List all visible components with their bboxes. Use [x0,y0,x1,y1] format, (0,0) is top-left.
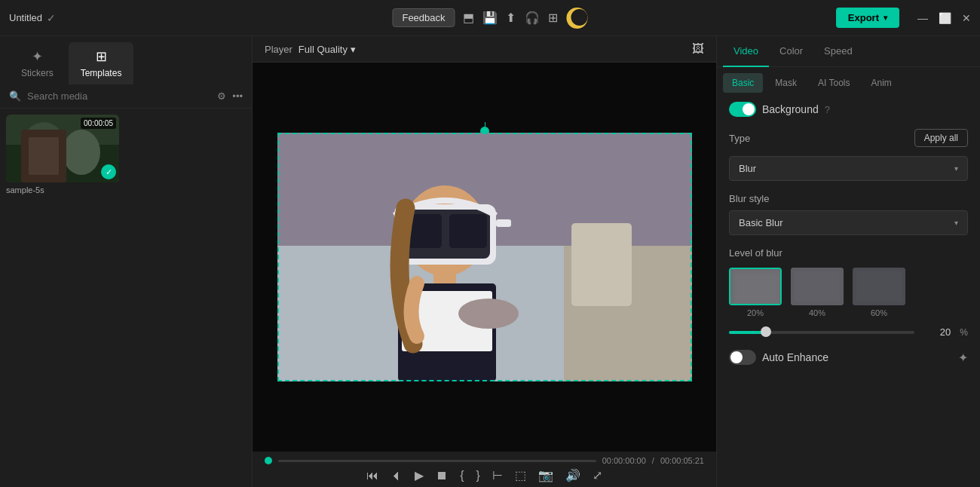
search-bar: 🔍 ⚙ ••• [0,84,252,109]
frame-back-button[interactable]: ⏴ [390,469,403,482]
background-help-icon[interactable]: ? [825,104,830,115]
headset-icon[interactable]: 🎧 [525,11,540,26]
background-section-header: Background ? [729,102,968,117]
stop-button[interactable]: ⏹ [436,469,448,482]
close-button[interactable]: ✕ [962,12,971,24]
svg-point-3 [63,130,100,175]
minimize-button[interactable]: — [917,12,928,24]
quality-arrow: ▾ [351,44,356,55]
blur-option-40[interactable]: 40% [791,268,844,317]
background-toggle[interactable] [729,102,756,117]
pip-button[interactable]: ⬚ [515,468,526,482]
mark-out-button[interactable]: } [476,469,480,482]
search-icons: ⚙ ••• [217,90,243,102]
player-header: Player Full Quality ▾ 🖼 [253,36,716,63]
player-label: Player [265,44,292,55]
feedback-button[interactable]: Feedback [392,8,455,27]
svg-rect-24 [791,268,844,305]
video-selection-border [277,133,692,381]
background-label: Background [762,103,819,115]
quality-select[interactable]: Full Quality ▾ [299,44,356,55]
sidebar-tabs: ✦ Stickers ⊞ Templates [0,36,252,84]
right-panel: Video Color Speed Basic Mask AI Tools An… [716,36,980,487]
time-separator: / [652,456,654,465]
blur-style-arrow-icon: ▾ [954,219,958,227]
display-icon[interactable]: ⬒ [461,11,476,26]
volume-button[interactable]: 🔊 [565,468,580,482]
blur-label-40: 40% [809,308,825,317]
theme-toggle[interactable] [567,8,588,29]
sub-tab-ai-tools[interactable]: AI Tools [809,73,859,93]
media-grid: 00:00:05 ✓ sample-5s [0,109,252,487]
blur-thumb-40 [791,268,844,305]
playhead[interactable] [265,457,272,464]
list-item[interactable]: 00:00:05 ✓ [6,115,119,182]
total-time: 00:00:05:21 [660,456,704,465]
sub-tab-anim[interactable]: Anim [862,73,900,93]
player-controls: 00:00:00:00 / 00:00:05:21 ⏮ ⏴ ▶ ⏹ { } ⊢ … [253,452,716,487]
fullscreen-button[interactable]: ⤢ [593,468,602,482]
save-icon[interactable]: 💾 [482,11,498,26]
tab-video[interactable]: Video [723,36,769,67]
auto-enhance-toggle-knob [730,351,743,363]
sidebar-tab-stickers[interactable]: ✦ Stickers [9,42,66,84]
auto-enhance-label: Auto Enhance [762,351,828,363]
blur-thumb-60 [853,268,905,305]
main-layout: ✦ Stickers ⊞ Templates 🔍 ⚙ ••• [0,36,980,487]
titlebar: Untitled ✓ Feedback ⬒ 💾 ⬆ 🎧 ⊞ Export ▾ —… [0,0,980,36]
search-icon: 🔍 [9,90,21,102]
blur-option-20[interactable]: 20% [729,268,782,317]
blur-slider-value: 20 [923,326,951,338]
panel-sub-tabs: Basic Mask AI Tools Anim [717,67,980,93]
blur-style-label: Blur style [729,193,968,204]
svg-rect-22 [730,269,782,305]
type-dropdown[interactable]: Blur ▾ [729,156,968,181]
titlebar-center: Feedback ⬒ 💾 ⬆ 🎧 ⊞ [392,8,587,29]
export-button[interactable]: Export ▾ [836,8,899,28]
upload-icon[interactable]: ⬆ [504,11,519,26]
gallery-icon[interactable]: 🖼 [692,42,704,56]
type-row: Type Apply all [729,129,968,147]
blur-label-60: 60% [871,308,887,317]
blur-option-60[interactable]: 60% [853,268,905,317]
sub-tab-basic[interactable]: Basic [723,73,763,93]
svg-rect-27 [856,271,902,302]
templates-icon: ⊞ [96,48,107,65]
panel-main-tabs: Video Color Speed [717,36,980,67]
control-buttons: ⏮ ⏴ ▶ ⏹ { } ⊢ ⬚ 📷 🔊 ⤢ [265,468,704,482]
panel-content: Background ? Type Apply all Blur ▾ Blur … [717,93,980,487]
tab-color[interactable]: Color [769,36,813,67]
search-input[interactable] [27,90,211,102]
grid-icon[interactable]: ⊞ [546,11,561,26]
mark-in-button[interactable]: { [460,469,464,482]
timeline-track[interactable] [278,460,596,462]
tab-speed[interactable]: Speed [813,36,863,67]
blur-style-dropdown[interactable]: Basic Blur ▾ [729,210,968,235]
skip-back-button[interactable]: ⏮ [366,469,378,482]
blur-style-value: Basic Blur [739,217,783,228]
apply-all-button[interactable]: Apply all [914,129,968,147]
export-arrow: ▾ [884,14,887,22]
window-controls: — ⬜ ✕ [917,12,971,24]
auto-enhance-toggle[interactable] [729,350,756,365]
type-label: Type [729,133,750,144]
svg-rect-5 [29,137,59,175]
templates-label: Templates [81,68,122,78]
media-name: sample-5s [6,185,246,194]
play-button[interactable]: ▶ [415,468,424,482]
screenshot-button[interactable]: 📷 [538,468,553,482]
sub-tab-mask[interactable]: Mask [766,73,806,93]
video-container [253,63,716,452]
blur-slider-track[interactable] [729,331,914,334]
dropdown-arrow-icon: ▾ [954,164,958,173]
sidebar-tab-templates[interactable]: ⊞ Templates [69,42,134,84]
more-icon[interactable]: ••• [232,90,243,102]
media-check-icon: ✓ [101,164,116,179]
enhance-star-icon: ✦ [958,351,968,365]
blur-slider-thumb[interactable] [761,326,771,337]
blur-label-20: 20% [747,308,764,317]
filter-icon[interactable]: ⚙ [217,90,226,102]
split-button[interactable]: ⊢ [492,468,503,482]
svg-rect-23 [734,273,779,303]
maximize-button[interactable]: ⬜ [939,12,951,24]
